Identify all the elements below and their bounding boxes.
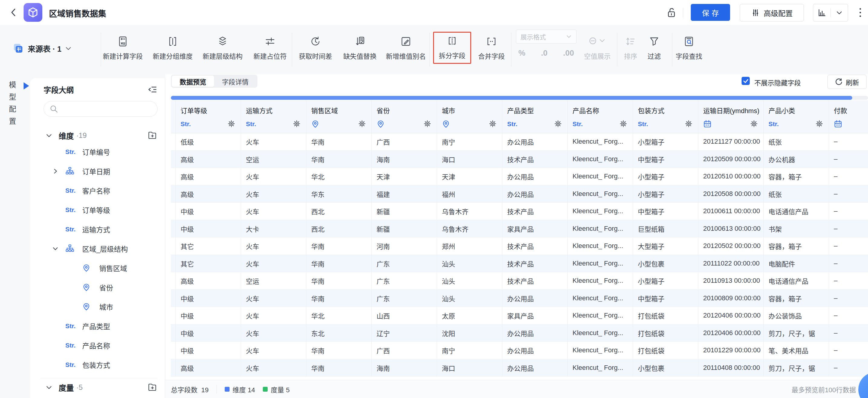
preview-limit-note: 最多预览前100行数据	[792, 380, 856, 398]
column-header-订单等级[interactable]: 订单等级 Str.	[176, 100, 241, 133]
column-header-包装方式[interactable]: 包装方式 Str.	[633, 100, 698, 133]
expand-rail-arrow-icon[interactable]	[24, 82, 29, 90]
hierarchy-icon	[65, 244, 74, 253]
table-cell: 中级	[176, 203, 241, 220]
sidebar-item-城市[interactable]: 城市	[43, 297, 158, 316]
column-settings-gear-icon[interactable]	[423, 119, 432, 128]
percent-format-icon[interactable]: %	[518, 49, 525, 58]
table-cell: –	[829, 255, 868, 273]
sidebar-item-区域_层级结构[interactable]: 区域_层级结构	[43, 239, 158, 258]
measure-section-header[interactable]: 度量 ·5	[43, 381, 158, 394]
field-search-input[interactable]	[43, 101, 158, 117]
sidebar-item-订单日期[interactable]: 订单日期	[43, 161, 158, 181]
sidebar-item-订单编号[interactable]: Str. 订单编号	[43, 142, 158, 161]
chevron-down-icon[interactable]	[831, 4, 848, 21]
column-header-产品小类[interactable]: 产品小类 Str.	[763, 100, 829, 133]
toolbar-missing-value-replace-button[interactable]: 缺失值替换	[343, 35, 376, 60]
tab-data-preview[interactable]: 数据预览	[172, 75, 214, 87]
column-settings-gear-icon[interactable]	[815, 119, 824, 128]
sidebar-item-客户名称[interactable]: Str. 客户名称	[43, 181, 158, 200]
column-settings-gear-icon[interactable]	[749, 119, 758, 128]
decimal2-format-icon[interactable]: .00	[563, 49, 574, 58]
horizontal-scrollbar-thumb[interactable]	[171, 96, 852, 100]
table-cell: 中级	[176, 325, 241, 342]
hide-hidden-fields-checkbox[interactable]	[742, 77, 750, 85]
more-menu-icon[interactable]	[855, 5, 866, 19]
sidebar-item-包装方式[interactable]: Str. 包装方式	[43, 355, 158, 374]
column-settings-gear-icon[interactable]	[488, 119, 497, 128]
chart-split-button[interactable]	[813, 4, 848, 22]
table-cell: 华南	[306, 290, 371, 307]
column-header-运输日期(ymdhms)[interactable]: 运输日期(ymdhms)	[698, 100, 763, 133]
tab-field-details[interactable]: 字段详情	[214, 75, 256, 87]
column-header-产品类型[interactable]: 产品类型 Str.	[502, 100, 567, 133]
toolbar-new-calc-field-button[interactable]: 新建计算字段	[103, 35, 143, 60]
sidebar-item-运输方式[interactable]: Str. 运输方式	[43, 220, 158, 239]
sidebar-item-产品类型[interactable]: Str. 产品类型	[43, 316, 158, 336]
table-cell: Kleencut_ Forg...	[567, 290, 633, 307]
column-settings-gear-icon[interactable]	[684, 119, 693, 128]
table-cell: 火车	[241, 307, 306, 325]
expand-chevron-icon[interactable]	[43, 245, 65, 252]
column-type	[834, 119, 842, 129]
column-header-运输方式[interactable]: 运输方式 Str.	[241, 100, 306, 133]
column-settings-gear-icon[interactable]	[619, 119, 628, 128]
column-header-产品名称[interactable]: 产品名称 Str.	[567, 100, 633, 133]
panel-title: 字段大纲	[43, 84, 74, 95]
column-header-销售区域[interactable]: 销售区域	[306, 100, 371, 133]
column-settings-gear-icon[interactable]	[358, 119, 367, 128]
horizontal-scrollbar-track[interactable]	[171, 96, 868, 100]
collapse-panel-icon[interactable]	[147, 84, 158, 95]
lock-icon[interactable]	[665, 7, 678, 19]
measure-section-label: 度量	[59, 382, 74, 393]
toolbar-merge-field-button[interactable]: 合并字段	[478, 35, 505, 60]
decimal1-format-icon[interactable]: .0	[541, 49, 548, 58]
toolbar-split-field-button[interactable]: 拆分字段	[433, 32, 471, 64]
add-folder-icon[interactable]	[147, 130, 158, 141]
toolbar-field-find-button[interactable]: 字段查找	[676, 35, 702, 60]
table-cell: 海南	[371, 359, 437, 377]
bar-chart-icon[interactable]	[813, 4, 831, 21]
model-config-rail-label[interactable]: 模型配置	[7, 81, 17, 129]
sidebar-item-产品名称[interactable]: Str. 产品名称	[43, 336, 158, 355]
table-row: 高级火车华北天津天津办公用品Kleencut_ Forg...小型箱子20120…	[171, 168, 868, 185]
source-table-dropdown[interactable]: 来源表 · 1	[12, 42, 72, 55]
column-header-省份[interactable]: 省份	[371, 100, 437, 133]
display-format-select[interactable]: 展示格式	[516, 30, 577, 43]
sidebar-item-省份[interactable]: 省份	[43, 278, 158, 297]
measure-legend: 度量 5	[263, 385, 289, 394]
column-settings-gear-icon[interactable]	[292, 119, 301, 128]
expand-chevron-icon[interactable]	[43, 168, 65, 175]
table-cell: 电脑配件	[763, 255, 829, 273]
toolbar-new-group-dimension-button[interactable]: 新建分组维度	[153, 35, 193, 60]
geo-pin-icon	[442, 120, 450, 128]
chevron-down-icon[interactable]	[43, 132, 59, 139]
column-type	[311, 119, 319, 129]
toolbar-null-display-button[interactable]: 空值展示	[584, 35, 611, 60]
table-cell: 20100611 00:00:00	[698, 203, 763, 220]
column-header-城市[interactable]: 城市	[437, 100, 502, 133]
toolbar-filter-button[interactable]: 过滤	[648, 35, 661, 60]
table-cell: 沈阳	[437, 325, 502, 342]
toolbar-new-placeholder-button[interactable]: 新建占位符	[253, 35, 287, 60]
top-bar: 区域销售数据集 保存 高级配置	[0, 0, 868, 25]
table-cell: Kleencut_ Forg...	[567, 220, 633, 238]
field-label: 省份	[99, 282, 113, 293]
column-settings-gear-icon[interactable]	[554, 119, 562, 128]
add-folder-icon[interactable]	[147, 382, 158, 393]
chevron-down-icon[interactable]	[43, 384, 59, 391]
column-header-付款[interactable]: 付款	[829, 100, 868, 133]
sidebar-item-订单等级[interactable]: Str. 订单等级	[43, 200, 158, 220]
toolbar-divider	[617, 33, 617, 66]
save-button[interactable]: 保存	[691, 4, 730, 21]
refresh-button[interactable]: 刷新	[828, 75, 867, 89]
toolbar-add-dim-alias-button[interactable]: 新增维值别名	[386, 35, 426, 60]
back-icon[interactable]	[8, 7, 19, 18]
toolbar-get-time-diff-button[interactable]: 获取时间差	[299, 35, 332, 60]
sidebar-item-销售区域[interactable]: 销售区域	[43, 258, 158, 278]
dimension-section-header[interactable]: 维度 ·19	[43, 129, 158, 142]
advanced-config-button[interactable]: 高级配置	[740, 4, 804, 22]
toolbar-new-hierarchy-button[interactable]: 新建层级结构	[203, 35, 243, 60]
toolbar-sort-button[interactable]: 排序	[624, 35, 637, 60]
column-settings-gear-icon[interactable]	[227, 119, 236, 128]
